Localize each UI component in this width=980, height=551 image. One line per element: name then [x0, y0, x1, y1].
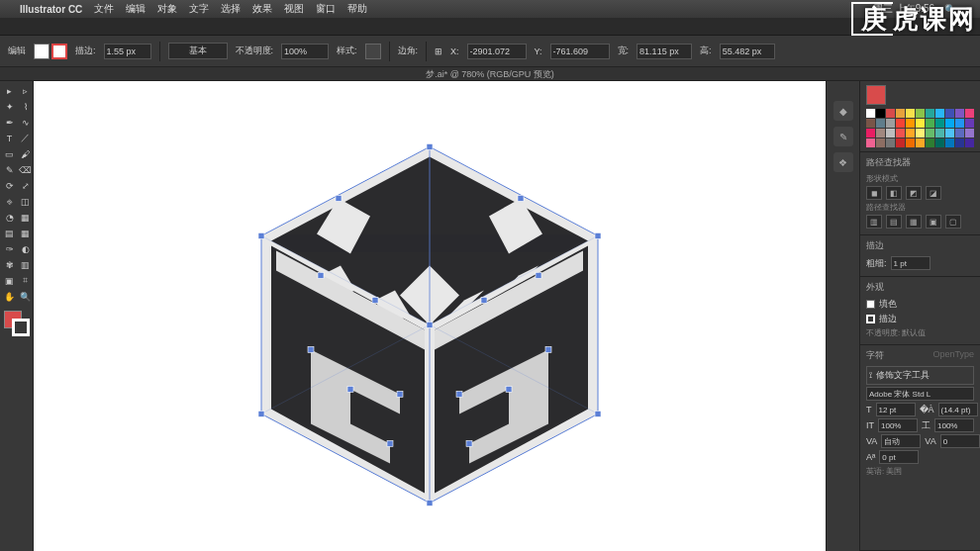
character-tab[interactable]: 字符	[866, 349, 884, 362]
unite-icon[interactable]: ◼	[866, 186, 882, 200]
mesh-tool[interactable]: ▤	[2, 226, 17, 240]
swatch[interactable]	[916, 119, 925, 128]
swatch[interactable]	[866, 138, 875, 147]
swatch[interactable]	[945, 109, 954, 118]
symbol-sprayer-tool[interactable]: ✾	[2, 257, 17, 272]
touch-type-icon[interactable]: ⟟	[869, 370, 872, 381]
intersect-icon[interactable]: ◩	[906, 186, 922, 200]
opacity-input[interactable]	[281, 44, 329, 59]
baseline-input[interactable]	[879, 450, 919, 464]
transform-anchor-icon[interactable]: ⊞	[435, 46, 442, 56]
swatch[interactable]	[945, 129, 954, 138]
swatch[interactable]	[935, 129, 944, 138]
swatch[interactable]	[916, 109, 925, 118]
spotlight-icon[interactable]: 🔍	[944, 4, 956, 15]
type-tool[interactable]: T	[2, 131, 17, 145]
line-tool[interactable]: ／	[18, 131, 33, 145]
swatch[interactable]	[886, 119, 895, 128]
divide-icon[interactable]: ▥	[866, 215, 882, 229]
scale-tool[interactable]: ⤢	[18, 178, 33, 193]
fill-swatch[interactable]	[34, 44, 49, 59]
appearance-stroke-swatch[interactable]	[866, 315, 875, 323]
swatch[interactable]	[916, 129, 925, 138]
kerning-input[interactable]	[881, 434, 921, 448]
rectangle-tool[interactable]: ▭	[2, 146, 17, 161]
menu-help[interactable]: 帮助	[347, 2, 367, 16]
font-family-select[interactable]	[866, 387, 974, 401]
swatch[interactable]	[926, 109, 934, 118]
app-name[interactable]: Illustrator CC	[20, 4, 82, 15]
hscale-input[interactable]	[934, 418, 974, 432]
swatch[interactable]	[896, 109, 905, 118]
pathfinder-tab[interactable]: 路径查找器	[866, 156, 911, 169]
swatch[interactable]	[886, 109, 895, 118]
vscale-input[interactable]	[878, 418, 918, 432]
menu-type[interactable]: 文字	[189, 2, 209, 16]
swatch[interactable]	[886, 129, 895, 138]
menu-object[interactable]: 对象	[157, 2, 177, 16]
opentype-tab[interactable]: OpenType	[932, 349, 974, 362]
stroke-weight-field[interactable]	[891, 256, 931, 270]
exclude-icon[interactable]: ◪	[926, 186, 941, 200]
trim-icon[interactable]: ▤	[886, 215, 902, 229]
w-input[interactable]	[637, 44, 692, 59]
crop-icon[interactable]: ▣	[926, 215, 941, 229]
stroke-swatch[interactable]	[51, 44, 67, 59]
swatch[interactable]	[896, 119, 905, 128]
panel-fill-swatch[interactable]	[866, 85, 886, 105]
style-swatch[interactable]	[365, 44, 381, 59]
minus-front-icon[interactable]: ◧	[886, 186, 902, 200]
swatch[interactable]	[926, 129, 934, 138]
merge-icon[interactable]: ▦	[906, 215, 922, 229]
swatch[interactable]	[955, 129, 964, 138]
lasso-tool[interactable]: ⌇	[18, 99, 33, 114]
swatch[interactable]	[945, 119, 954, 128]
swatch[interactable]	[876, 129, 885, 138]
swatch[interactable]	[965, 119, 974, 128]
curvature-tool[interactable]: ∿	[18, 115, 33, 130]
menu-select[interactable]: 选择	[221, 2, 241, 16]
swatch[interactable]	[935, 119, 944, 128]
magic-wand-tool[interactable]: ✦	[2, 99, 17, 114]
swatch[interactable]	[906, 109, 915, 118]
fill-stroke-control[interactable]	[2, 309, 32, 338]
swatch[interactable]	[916, 138, 925, 147]
pen-tool[interactable]: ✒	[2, 115, 17, 130]
swatch[interactable]	[965, 129, 974, 138]
swatch[interactable]	[926, 119, 934, 128]
shape-builder-tool[interactable]: ◔	[2, 210, 17, 225]
swatch[interactable]	[906, 138, 915, 147]
swatch[interactable]	[876, 138, 885, 147]
zoom-tool[interactable]: 🔍	[18, 289, 33, 304]
dock-symbols-icon[interactable]: ❖	[833, 152, 853, 172]
blend-tool[interactable]: ◐	[18, 241, 33, 256]
rotate-tool[interactable]: ⟳	[2, 178, 17, 193]
pencil-tool[interactable]: ✎	[2, 162, 17, 177]
document-tab[interactable]: 梦.ai* @ 780% (RGB/GPU 预览)	[0, 67, 980, 81]
eyedropper-tool[interactable]: ✑	[2, 241, 17, 256]
swatch[interactable]	[876, 119, 885, 128]
swatch[interactable]	[906, 119, 915, 128]
perspective-tool[interactable]: ▦	[18, 210, 33, 225]
leading-input[interactable]	[938, 403, 978, 416]
artboard-tool[interactable]: ▣	[2, 273, 17, 288]
artwork-hexagon-logo[interactable]	[222, 117, 637, 532]
direct-selection-tool[interactable]: ▹	[18, 83, 33, 98]
appearance-tab[interactable]: 外观	[866, 281, 884, 294]
swatch[interactable]	[896, 129, 905, 138]
outline-icon[interactable]: ▢	[945, 215, 961, 229]
y-input[interactable]	[550, 44, 610, 59]
canvas[interactable]	[34, 81, 826, 551]
swatch[interactable]	[965, 109, 974, 118]
stroke-weight-input[interactable]	[104, 44, 151, 59]
tracking-input[interactable]	[940, 434, 980, 448]
swatch[interactable]	[866, 119, 875, 128]
menu-extras-icon[interactable]: ≡	[966, 4, 972, 15]
menu-effect[interactable]: 效果	[252, 2, 272, 16]
swatch[interactable]	[965, 138, 974, 147]
gradient-tool[interactable]: ▦	[18, 226, 33, 240]
language-select[interactable]: 英语: 美国	[866, 466, 902, 477]
swatch[interactable]	[955, 109, 964, 118]
swatch[interactable]	[906, 129, 915, 138]
dock-brushes-icon[interactable]: ✎	[833, 127, 853, 146]
